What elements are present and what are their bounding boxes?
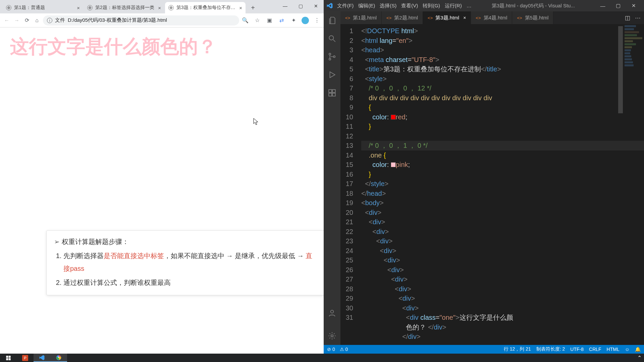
html-file-icon: <> [386,15,391,20]
vertical-scrollbar[interactable] [618,24,623,345]
taskbar-chrome[interactable] [50,354,67,362]
close-icon[interactable]: × [239,5,242,11]
close-icon[interactable]: × [77,5,80,11]
status-tabsize[interactable]: 制表符长度: 2 [536,346,565,352]
html-file-icon: <> [517,15,522,20]
globe-icon [87,5,93,10]
menu-run[interactable]: 运行(R) [445,3,462,9]
search-icon[interactable] [328,34,336,43]
tab-title: 第2题：标签选择器选择一类 [95,5,156,11]
svg-point-12 [331,335,333,337]
chrome-tab-3-active[interactable]: 第3题：权重叠加每位不存在进制 × [165,2,246,13]
page-content: 这行文字是什么颜色的？ 权重计算题解题步骤： 先判断选择器是否能直接选中标签，如… [0,27,324,354]
taskbar-powerpoint[interactable]: P [17,354,34,362]
page-heading: 这行文字是什么颜色的？ [10,34,314,60]
maximize-button[interactable]: ▢ [610,0,626,11]
status-position[interactable]: 行 12，列 21 [504,346,531,352]
svg-point-5 [329,58,331,60]
back-button[interactable]: ← [3,16,11,24]
vscode-titlebar: 文件(F) 编辑(E) 选择(S) 查看(V) 转到(G) 运行(R) … 第3… [324,0,644,11]
tab-title: 第1题：普通题 [14,5,75,11]
status-bell-icon[interactable]: 🔔 [635,347,641,352]
account-icon[interactable] [328,309,336,317]
note-item-1: 先判断选择器是否能直接选中标签，如果不能直接选中 → 是继承，优先级最低 → 直… [63,249,317,275]
more-actions-icon[interactable]: ⋯ [635,14,641,21]
minimize-button[interactable]: — [595,0,610,11]
chrome-tab-1[interactable]: 第1题：普通题 × [3,2,83,13]
svg-rect-15 [6,358,8,360]
minimap[interactable] [623,24,644,98]
home-button[interactable]: ⌂ [33,16,41,24]
menu-file[interactable]: 文件(F) [337,3,354,9]
maximize-button[interactable]: ▢ [293,0,308,12]
close-icon[interactable]: × [463,15,466,20]
star-icon[interactable]: ☆ [253,16,261,24]
vscode-menubar: 文件(F) 编辑(E) 选择(S) 查看(V) 转到(G) 运行(R) … [337,3,472,9]
editor-tab-3-active[interactable]: <>第3题.html× [423,11,471,24]
editor-tab-5[interactable]: <>第5题.html [512,11,553,24]
extensions-icon[interactable] [328,88,336,97]
menu-icon[interactable]: ⋮ [313,16,321,24]
tab-title: 第3题：权重叠加每位不存在进制 [176,5,237,11]
menu-view[interactable]: 查看(V) [401,3,418,9]
close-icon[interactable]: × [158,5,161,11]
html-file-icon: <> [476,15,481,20]
extensions-icon[interactable]: ✦ [289,16,298,24]
forward-button[interactable]: → [13,16,21,24]
vscode-body: <>第1题.html <>第2题.html <>第3题.html× <>第4题.… [324,11,644,345]
svg-rect-7 [329,89,332,93]
svg-point-11 [331,310,334,313]
globe-icon [168,5,174,10]
gear-icon[interactable] [328,331,336,340]
status-bar: ⊘ 0 ⚠ 0 行 12，列 21 制表符长度: 2 UTF-8 CRLF HT… [324,345,644,354]
menu-go[interactable]: 转到(G) [423,3,440,9]
camera-icon[interactable]: ▣ [265,16,273,24]
editor-actions: ◫ ⋯ [622,11,644,24]
show-hidden-icons[interactable]: ⌃ [637,355,642,361]
status-warnings[interactable]: ⚠ 0 [340,347,348,352]
minimize-button[interactable]: — [277,0,293,12]
start-button[interactable] [0,354,17,362]
chrome-tab-2[interactable]: 第2题：标签选择器选择一类 × [84,2,164,13]
editor-tab-1[interactable]: <>第1题.html [340,11,382,24]
reload-button[interactable]: ⟳ [23,16,31,24]
editor-tab-2[interactable]: <>第2题.html [382,11,423,24]
chrome-window: 第1题：普通题 × 第2题：标签选择器选择一类 × 第3题：权重叠加每位不存在进… [0,0,324,354]
menu-edit[interactable]: 编辑(E) [358,3,375,9]
svg-rect-14 [9,356,11,358]
address-bar[interactable]: i 文件 D:/day05代码/03-权重叠加计算题/第3题.html [43,15,239,25]
translate-icon[interactable]: ⇄ [277,16,285,24]
close-button[interactable]: ✕ [308,0,324,12]
split-editor-icon[interactable]: ◫ [625,14,630,21]
html-file-icon: <> [345,15,350,20]
menu-selection[interactable]: 选择(S) [380,3,396,9]
source-control-icon[interactable] [328,52,336,61]
note-title: 权重计算题解题步骤： [54,235,317,248]
status-feedback-icon[interactable]: ☺ [625,347,630,352]
vscode-window: 文件(F) 编辑(E) 选择(S) 查看(V) 转到(G) 运行(R) … 第3… [324,0,644,354]
status-errors[interactable]: ⊘ 0 [327,347,335,352]
explorer-icon[interactable] [328,16,336,25]
editor-tab-4[interactable]: <>第4题.html [471,11,512,24]
status-language[interactable]: HTML [607,347,620,352]
taskbar-vscode[interactable] [34,354,50,362]
status-eol[interactable]: CRLF [589,347,601,352]
chrome-tabstrip: 第1题：普通题 × 第2题：标签选择器选择一类 × 第3题：权重叠加每位不存在进… [0,0,324,13]
mouse-cursor-icon [253,118,259,127]
run-debug-icon[interactable] [328,70,336,79]
vscode-window-controls: — ▢ ✕ [595,0,641,11]
close-button[interactable]: ✕ [626,0,641,11]
svg-rect-13 [6,356,8,358]
status-encoding[interactable]: UTF-8 [570,347,584,352]
profile-avatar[interactable] [302,17,309,24]
toolbar-right: 🔍 ☆ ▣ ⇄ ✦ ⋮ [241,16,321,24]
line-numbers: 1234567891011121314151617181920212223242… [340,24,359,345]
new-tab-button[interactable]: + [248,3,258,12]
svg-point-6 [333,56,335,57]
explanation-note: 权重计算题解题步骤： 先判断选择器是否能直接选中标签，如果不能直接选中 → 是继… [46,230,325,295]
zoom-icon[interactable]: 🔍 [241,16,249,24]
menu-more[interactable]: … [467,3,472,9]
address-text: D:/day05代码/03-权重叠加计算题/第3题.html [68,17,167,23]
editor-area: <>第1题.html <>第2题.html <>第3题.html× <>第4题.… [340,11,644,345]
code-editor[interactable]: 1234567891011121314151617181920212223242… [340,24,644,345]
